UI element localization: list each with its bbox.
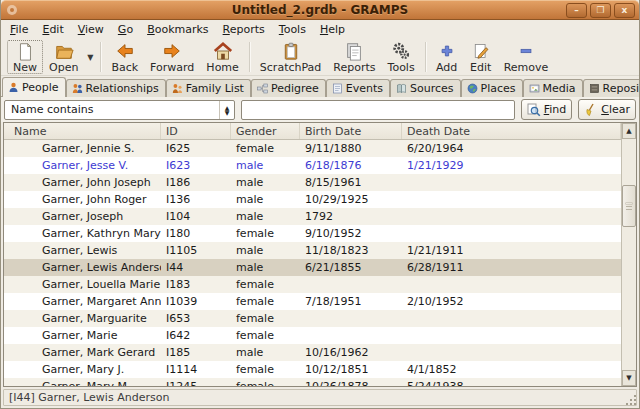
- menu-item-view[interactable]: View: [71, 21, 111, 38]
- cell-death: [402, 191, 621, 208]
- clear-button[interactable]: Clear: [578, 99, 636, 120]
- close-button[interactable]: x: [614, 3, 635, 18]
- places-icon: [467, 83, 478, 94]
- cell-name: Garner, Lewis: [4, 242, 161, 259]
- cell-death: 4/1/1852: [402, 361, 621, 378]
- menu-item-tools[interactable]: Tools: [272, 21, 313, 38]
- cell-id: I180: [161, 225, 231, 242]
- edit-button[interactable]: Edit: [464, 40, 498, 74]
- cell-id: I186: [161, 174, 231, 191]
- table-row[interactable]: Garner, Jennie S.I625female9/11/18806/20…: [4, 140, 621, 157]
- filter-field-select[interactable]: Name contains ▲▼: [4, 100, 235, 120]
- home-button[interactable]: Home: [200, 40, 244, 74]
- menu-item-bookmarks[interactable]: Bookmarks: [140, 21, 215, 38]
- minimize-button[interactable]: –: [566, 3, 587, 18]
- remove-button[interactable]: Remove: [498, 40, 555, 74]
- cell-id: I1114: [161, 361, 231, 378]
- table-row[interactable]: Garner, Mark GerardI185male10/16/1962: [4, 344, 621, 361]
- window-title: Untitled_2.grdb - GRAMPS: [1, 3, 639, 17]
- cell-birth: 9/10/1952: [300, 225, 402, 242]
- cell-name: Garner, Louella Marie: [4, 276, 161, 293]
- scratchpad-button[interactable]: ScratchPad: [254, 40, 328, 74]
- table-row[interactable]: Garner, LewisI1105male11/18/18231/21/191…: [4, 242, 621, 259]
- cell-name: Garner, Jesse V.: [4, 157, 161, 174]
- back-arrow-icon: [115, 41, 135, 61]
- cell-name: Garner, Mark Gerard: [4, 344, 161, 361]
- cell-gender: female: [231, 293, 300, 310]
- forward-arrow-icon: [162, 41, 182, 61]
- tab-people[interactable]: People: [2, 77, 66, 97]
- table-row[interactable]: Garner, Jesse V.I623male6/18/18761/21/19…: [4, 157, 621, 174]
- open-button[interactable]: Open: [43, 40, 84, 74]
- tab-sources[interactable]: Sources: [390, 79, 461, 97]
- table-row[interactable]: Garner, MarieI642female: [4, 327, 621, 344]
- open-dropdown-arrow[interactable]: ▼: [84, 42, 96, 72]
- add-button[interactable]: Add: [430, 40, 464, 74]
- reports-button[interactable]: Reports: [327, 40, 381, 74]
- menu-item-reports[interactable]: Reports: [216, 21, 272, 38]
- cell-gender: female: [231, 140, 300, 157]
- cell-birth: [300, 276, 402, 293]
- cell-name: Garner, Mary M.: [4, 378, 161, 386]
- tab-repositories[interactable]: Repositories: [583, 79, 640, 97]
- tab-events[interactable]: Events: [326, 79, 390, 97]
- menu-item-edit[interactable]: Edit: [35, 21, 70, 38]
- tab-media[interactable]: Media: [523, 79, 583, 97]
- cell-name: Garner, Jennie S.: [4, 140, 161, 157]
- cell-birth: 6/21/1855: [300, 259, 402, 276]
- table-row[interactable]: Garner, Mary M.I1245female10/26/18785/24…: [4, 378, 621, 386]
- cell-birth: 7/18/1951: [300, 293, 402, 310]
- cell-death: 5/24/1938: [402, 378, 621, 386]
- menu-item-go[interactable]: Go: [111, 21, 140, 38]
- tab-places[interactable]: Places: [461, 79, 523, 97]
- tab-family-list[interactable]: Family List: [166, 79, 251, 97]
- clipboard-icon: [282, 41, 300, 61]
- minus-icon: [517, 41, 535, 61]
- cell-birth: 10/29/1925: [300, 191, 402, 208]
- table-row[interactable]: Garner, MarguariteI653female: [4, 310, 621, 327]
- titlebar[interactable]: Untitled_2.grdb - GRAMPS – ❐ x: [1, 0, 639, 20]
- table-row[interactable]: Garner, Margaret AnnI1039female7/18/1951…: [4, 293, 621, 310]
- cell-name: Garner, Joseph: [4, 208, 161, 225]
- toolbar: New Open ▼ Back Forward: [1, 39, 639, 76]
- cell-death: 6/20/1964: [402, 140, 621, 157]
- table-row[interactable]: Garner, Louella MarieI183female: [4, 276, 621, 293]
- new-button[interactable]: New: [7, 40, 43, 74]
- tools-button[interactable]: Tools: [382, 40, 421, 74]
- scroll-up-icon[interactable]: ▲: [622, 123, 636, 139]
- menu-item-file[interactable]: File: [3, 21, 35, 38]
- cell-death: [402, 276, 621, 293]
- table-row[interactable]: Garner, John RogerI136male10/29/1925: [4, 191, 621, 208]
- find-button[interactable]: Find: [521, 99, 573, 120]
- scrollbar-thumb[interactable]: [622, 185, 636, 227]
- cell-gender: female: [231, 327, 300, 344]
- resize-grip[interactable]: [626, 395, 636, 405]
- home-icon: [213, 41, 233, 61]
- tab-pedigree[interactable]: Pedigree: [251, 79, 326, 97]
- vertical-scrollbar[interactable]: ▲ ▼: [621, 123, 636, 386]
- cell-name: Garner, John Roger: [4, 191, 161, 208]
- menu-item-help[interactable]: Help: [313, 21, 352, 38]
- table-row[interactable]: Garner, John JosephI186male8/15/1961: [4, 174, 621, 191]
- cell-birth: 10/26/1878: [300, 378, 402, 386]
- table-row[interactable]: Garner, Kathryn MaryI180female9/10/1952: [4, 225, 621, 242]
- back-button[interactable]: Back: [105, 40, 144, 74]
- table-row[interactable]: Garner, JosephI104male1792: [4, 208, 621, 225]
- maximize-button[interactable]: ❐: [590, 3, 611, 18]
- filter-search-input[interactable]: [241, 100, 515, 120]
- forward-button[interactable]: Forward: [144, 40, 200, 74]
- column-header-birth-date[interactable]: Birth Date: [300, 123, 402, 139]
- tab-relationships[interactable]: Relationships: [66, 79, 166, 97]
- table-row[interactable]: Garner, Mary J.I1114female10/12/18514/1/…: [4, 361, 621, 378]
- cell-name: Garner, Kathryn Mary: [4, 225, 161, 242]
- column-header-death-date[interactable]: Death Date: [402, 123, 621, 139]
- column-header-name[interactable]: Name: [4, 123, 161, 139]
- cell-name: Garner, Margaret Ann: [4, 293, 161, 310]
- statusbar: [I44] Garner, Lewis Anderson: [1, 387, 639, 408]
- column-header-id[interactable]: ID: [161, 123, 231, 139]
- cell-id: I183: [161, 276, 231, 293]
- scroll-down-icon[interactable]: ▼: [622, 370, 636, 386]
- table-row[interactable]: Garner, Lewis AndersonI44male6/21/18556/…: [4, 259, 621, 276]
- cell-name: Garner, John Joseph: [4, 174, 161, 191]
- column-header-gender[interactable]: Gender: [231, 123, 300, 139]
